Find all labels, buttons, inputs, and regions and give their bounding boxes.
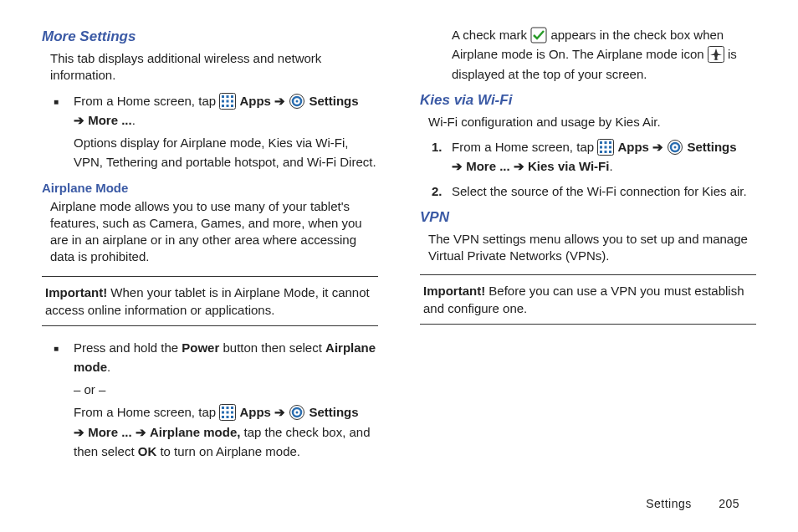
svg-rect-29 xyxy=(600,141,602,144)
para-vpn: The VPN settings menu allows you to set … xyxy=(428,231,756,265)
apps-icon xyxy=(219,404,236,421)
svg-rect-19 xyxy=(231,412,233,414)
svg-rect-3 xyxy=(231,95,233,98)
svg-rect-22 xyxy=(231,416,233,418)
heading-kies: Kies via Wi-Fi xyxy=(420,92,756,109)
settings-icon xyxy=(289,404,305,421)
left-column: More Settings This tab displays addition… xyxy=(42,25,378,461)
airplane-icon xyxy=(708,46,724,63)
svg-rect-8 xyxy=(227,105,229,107)
svg-rect-2 xyxy=(227,95,229,98)
step-1: 1. From a Home screen, tap Apps ➔ Settin… xyxy=(432,137,756,176)
or-line: – or – xyxy=(74,380,378,399)
page-footer: Settings 205 xyxy=(646,497,739,510)
important-vpn: Important! Before you can use a VPN you … xyxy=(420,274,756,325)
settings-icon xyxy=(667,139,683,156)
svg-rect-1 xyxy=(222,95,224,98)
bullet-press-power: ■ Press and hold the Power button then s… xyxy=(54,338,378,462)
svg-rect-5 xyxy=(227,100,229,102)
svg-rect-16 xyxy=(231,407,233,409)
svg-rect-4 xyxy=(222,100,224,102)
footer-pagenum: 205 xyxy=(719,497,739,510)
heading-more-settings: More Settings xyxy=(42,28,378,45)
svg-point-25 xyxy=(296,412,299,414)
svg-rect-35 xyxy=(600,151,602,153)
svg-rect-37 xyxy=(609,151,611,153)
svg-rect-6 xyxy=(231,100,233,102)
svg-rect-21 xyxy=(227,416,229,418)
bullet-from-home-1: ■ From a Home screen, tap Apps ➔ Setting… xyxy=(54,91,378,172)
svg-rect-34 xyxy=(609,146,611,149)
apps-icon xyxy=(597,139,614,156)
svg-rect-17 xyxy=(222,412,224,414)
svg-point-12 xyxy=(296,100,299,102)
bullet-square-icon: ■ xyxy=(54,338,74,462)
svg-rect-18 xyxy=(227,412,229,414)
svg-rect-31 xyxy=(609,141,611,144)
para-intro: This tab displays additional wireless an… xyxy=(50,50,378,84)
right-column: A check mark appears in the check box wh… xyxy=(420,25,756,461)
para-airplane: Airplane mode allows you to use many of … xyxy=(50,198,378,266)
svg-rect-36 xyxy=(605,151,607,153)
important-airplane: Important! When your tablet is in Airpla… xyxy=(42,276,378,326)
para-kies: Wi-Fi configuration and usage by Kies Ai… xyxy=(428,114,756,130)
svg-rect-15 xyxy=(227,407,229,409)
svg-rect-7 xyxy=(222,105,224,107)
svg-rect-32 xyxy=(600,146,602,149)
svg-rect-14 xyxy=(222,407,224,409)
apps-icon xyxy=(219,93,236,110)
settings-icon xyxy=(289,93,305,110)
options-display-line: Options display for Airplane mode, Kies … xyxy=(74,133,378,172)
svg-rect-9 xyxy=(231,105,233,107)
step-2: 2. Select the source of the Wi-Fi connec… xyxy=(432,182,756,201)
svg-point-40 xyxy=(674,146,677,149)
heading-airplane-mode: Airplane Mode xyxy=(42,181,378,195)
heading-vpn: VPN xyxy=(420,209,756,226)
bullet-square-icon: ■ xyxy=(54,91,74,172)
svg-rect-30 xyxy=(605,141,607,144)
svg-rect-33 xyxy=(605,146,607,149)
svg-rect-20 xyxy=(222,416,224,418)
footer-section: Settings xyxy=(646,497,692,510)
checkmark-icon xyxy=(530,27,547,43)
check-mark-line: A check mark appears in the check box wh… xyxy=(452,25,756,84)
